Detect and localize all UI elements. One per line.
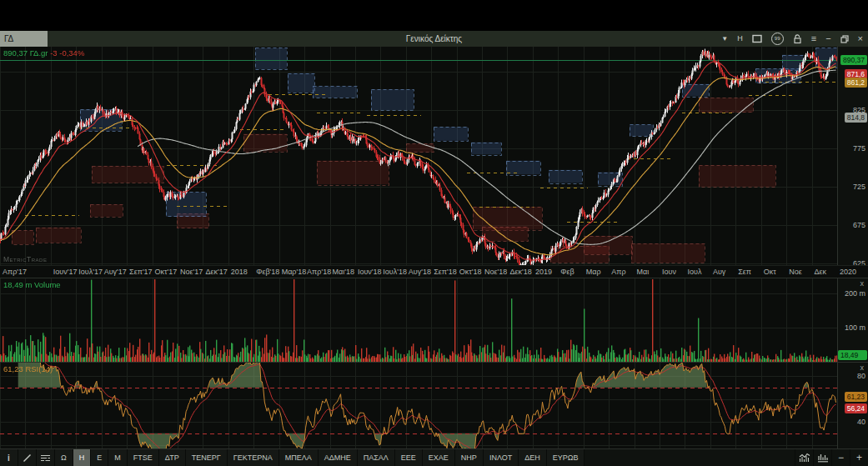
histogram-icon[interactable] [813, 449, 831, 466]
time-axis-label: Μαρ [586, 268, 601, 276]
badge-99-icon[interactable]: 99 [771, 33, 784, 45]
price-legend: 890,37 ΓΔ.gr -3 -0,34% [3, 48, 84, 58]
price-axis[interactable]: 875825775725675625890,37871,6861,2814,8 [837, 47, 868, 265]
time-axis-label: Οκτ'17 [155, 268, 178, 276]
time-axis-label: Οκτ [764, 268, 776, 276]
price-axis-badge: 814,8 [845, 113, 867, 123]
ticker-button-ΤΕΝΕΡΓ[interactable]: ΤΕΝΕΡΓ [186, 449, 228, 466]
time-axis-label: Δεκ'18 [509, 268, 531, 276]
minimize-button[interactable]: − [825, 31, 830, 47]
rsi-chart-canvas[interactable] [0, 363, 837, 448]
time-axis-label: Σεπ'18 [434, 268, 457, 276]
time-axis[interactable]: Απρ'17Ιουν'17Ιουλ'17Αυγ'17Σεπ'17Οκτ'17Νο… [0, 265, 868, 278]
volume-title: Volume [34, 280, 61, 289]
zoom-in-button[interactable]: + [850, 449, 868, 466]
time-axis-label: Αυγ [713, 268, 725, 276]
time-axis-label: Φεβ [560, 268, 574, 276]
time-axis-label: Μαι [637, 268, 650, 276]
time-axis-label: Απρ [611, 268, 625, 276]
watermark: MetricTrade [3, 255, 47, 263]
last-price-label: 890,37 [3, 48, 28, 58]
ticker-button-ΠΑΣΑΛ[interactable]: ΠΑΣΑΛ [358, 449, 395, 466]
timeframe-button-Ε[interactable]: Ε [91, 449, 108, 466]
volume-axis-label: 200 m [845, 289, 865, 298]
volume-axis-label: 100 m [845, 323, 865, 332]
time-axis-label: Νοε [789, 268, 802, 276]
time-axis-label: Ιουλ'18 [383, 268, 407, 276]
time-axis-label: Ιουν'17 [53, 268, 78, 276]
trading-app-window: ΓΔ Γενικός Δείκτης ▼ H 99 ≡ − × 890,37 Γ… [0, 0, 868, 466]
menu-icon[interactable]: ≡ [811, 31, 816, 47]
time-axis-label: Ιουν [662, 268, 676, 276]
volume-chart-canvas[interactable] [0, 278, 837, 362]
time-axis-label: Ιουλ'17 [78, 268, 103, 276]
close-rsi-pane-icon[interactable]: x [860, 363, 865, 372]
pencil-icon[interactable] [18, 449, 37, 466]
ticker-button-ΙΝΛΟΤ[interactable]: ΙΝΛΟΤ [484, 449, 519, 466]
timeframe-button-Η[interactable]: Η [73, 449, 92, 466]
ticker-button-FTSE[interactable]: FTSE [128, 449, 159, 466]
ticker-button-ΜΠΕΛΑ[interactable]: ΜΠΕΛΑ [279, 449, 319, 466]
time-axis-label: Απρ'18 [307, 268, 331, 276]
close-button[interactable]: × [858, 31, 863, 47]
volume-axis[interactable]: x 200 m100 m18,49 m [837, 278, 868, 362]
window-controls: ▼ H 99 ≡ − × [721, 31, 863, 47]
rsi-value: 61,23 [3, 364, 23, 373]
price-axis-label: 675 [853, 221, 865, 229]
price-axis-badge: 890,37 [840, 55, 867, 65]
bottom-toolbar: i ΩΗΕΜ FTSEΔΤΡΤΕΝΕΡΓΓΕΚΤΕΡΝΑΜΠΕΛΑΑΔΜΗΕΠΑ… [0, 448, 868, 466]
rsi-legend: 61,23 RSI(14) [3, 364, 53, 373]
zoom-out-button[interactable]: − [831, 449, 850, 466]
rsi-axis[interactable]: x 804061,2356,24 [837, 363, 868, 448]
top-black-strip [0, 0, 868, 31]
time-axis-label: Ιουλ [687, 268, 701, 276]
time-axis-label: Φεβ'18 [256, 268, 279, 276]
price-axis-badge: 861,2 [845, 78, 867, 88]
timeframe-button-Μ[interactable]: Μ [108, 449, 128, 466]
ticker-button-ΓΕΚΤΕΡΝΑ[interactable]: ΓΕΚΤΕΡΝΑ [228, 449, 279, 466]
chevron-down-icon[interactable]: ▼ [721, 31, 728, 47]
time-axis-label: Σεπ [738, 268, 751, 276]
time-axis-label: 2019 [535, 268, 552, 276]
timeframe-h-button[interactable]: H [737, 31, 743, 47]
time-axis-label: Δεκ'17 [205, 268, 227, 276]
rsi-title: RSI(14) [25, 364, 53, 373]
time-axis-label: 2020 [840, 268, 856, 276]
rsi-axis-label: 80 [857, 372, 865, 380]
price-axis-label: 775 [853, 144, 865, 153]
time-axis-label: Δεκ [815, 268, 827, 276]
ticker-button-ΔΤΡ[interactable]: ΔΤΡ [159, 449, 186, 466]
close-volume-pane-icon[interactable]: x [860, 279, 865, 288]
ticker-button-ΕΕΕ[interactable]: ΕΕΕ [395, 449, 423, 466]
time-axis-label: Μαρ'18 [282, 268, 307, 276]
timeframe-button-Ω[interactable]: Ω [55, 449, 73, 466]
time-axis-label: Αυγ'17 [104, 268, 127, 276]
ticker-button-ΑΔΜΗΕ[interactable]: ΑΔΜΗΕ [319, 449, 358, 466]
time-axis-label: Αυγ'18 [409, 268, 431, 276]
price-chart-canvas[interactable] [0, 47, 837, 265]
time-axis-label: Ιουν'18 [358, 268, 382, 276]
volume-value: 18,49 m [3, 280, 32, 289]
monitor-icon[interactable] [752, 34, 762, 43]
time-axis-label: Νοε'18 [484, 268, 507, 276]
info-icon[interactable]: i [0, 449, 18, 466]
ticker-button-ΔΕΗ[interactable]: ΔΕΗ [519, 449, 547, 466]
time-axis-label: Σεπ'17 [129, 268, 153, 276]
indicator-list-icon[interactable] [37, 449, 55, 466]
line-chart-icon[interactable] [795, 449, 813, 466]
restore-button[interactable] [840, 35, 849, 43]
volume-axis-badge: 18,49 m [838, 350, 867, 360]
volume-pane[interactable]: 18,49 m Volume x 200 m100 m18,49 m [0, 278, 868, 362]
unlock-icon[interactable] [793, 34, 802, 44]
rsi-axis-badge: 56,24 [845, 403, 867, 413]
time-axis-label: Νοε'17 [180, 268, 203, 276]
ticker-button-ΝΗΡ[interactable]: ΝΗΡ [455, 449, 484, 466]
price-pane[interactable]: 890,37 ΓΔ.gr -3 -0,34% MetricTrade 87582… [0, 47, 868, 265]
time-axis-label: Μαι'18 [333, 268, 354, 276]
rsi-pane[interactable]: 61,23 RSI(14) x 804061,2356,24 [0, 362, 868, 448]
ticker-button-ΕΧΑΕ[interactable]: ΕΧΑΕ [423, 449, 455, 466]
chart-zoom-controls: − + [795, 449, 868, 466]
time-axis-label: Απρ'17 [3, 268, 27, 276]
time-axis-label: 2018 [231, 268, 248, 276]
ticker-button-ΕΥΡΩΒ[interactable]: ΕΥΡΩΒ [547, 449, 585, 466]
